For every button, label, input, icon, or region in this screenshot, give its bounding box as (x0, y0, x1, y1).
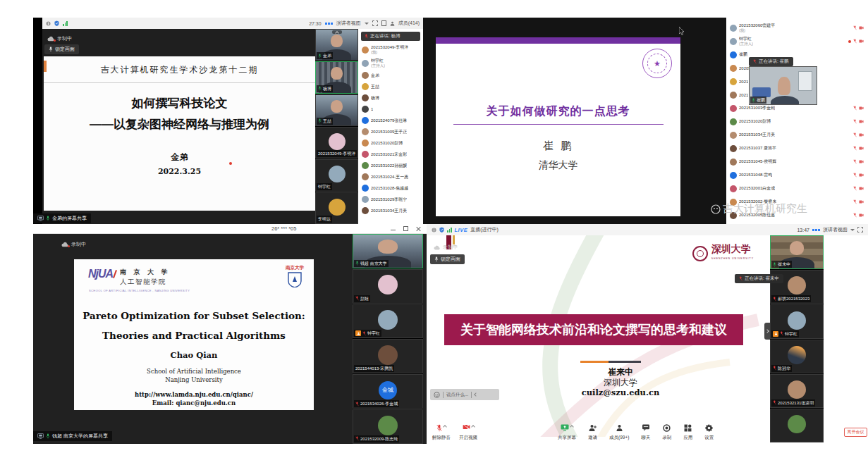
member-row[interactable]: 2021531034王月美 (358, 205, 423, 216)
collapse-left-icon[interactable] (475, 392, 479, 397)
chat-input-placeholder[interactable]: 说点什么... (446, 392, 468, 398)
member-row[interactable]: 2021531037 唐旭平 (726, 142, 868, 155)
video-tile[interactable]: 2021532009-陈志琦 (353, 409, 423, 444)
chevron-up-icon[interactable] (443, 425, 447, 429)
view-mode-select[interactable]: 演讲者视图 (336, 20, 361, 27)
member-row[interactable]: 2021524079张佳琳 (358, 115, 423, 126)
unmute-button[interactable]: 解除静音 (432, 424, 451, 441)
video-tile[interactable]: 钟宇红 (315, 159, 358, 191)
close-icon[interactable] (416, 226, 421, 231)
video-tile[interactable]: 金弟 (315, 29, 358, 61)
shield-icon[interactable] (439, 227, 444, 232)
mic-off-icon[interactable] (853, 199, 857, 204)
emoji-icon[interactable] (434, 392, 440, 398)
camera-off-icon[interactable] (859, 200, 864, 204)
speaker-video-window[interactable]: 崔鹏 (749, 66, 817, 105)
member-row[interactable]: 2021532049-李明洋(我) (358, 43, 423, 56)
camera-off-icon[interactable] (859, 147, 864, 150)
member-row[interactable]: 2021531034王月美 (726, 128, 868, 142)
quick-chat-bar[interactable]: 说点什么... (430, 389, 499, 400)
collapse-strip-icon[interactable] (332, 30, 342, 34)
invite-button[interactable]: 邀请 (588, 424, 597, 441)
members-count-label[interactable]: 成员(414) (398, 20, 420, 27)
chevron-down-icon[interactable] (850, 229, 855, 231)
settings-button[interactable]: 设置 (704, 424, 714, 441)
video-tile[interactable]: 李明达 (315, 192, 358, 224)
video-tile[interactable]: 2021544013-宋腾凯 (353, 339, 423, 373)
chevron-down-icon[interactable] (365, 23, 369, 25)
member-row[interactable]: 金弟 (358, 70, 423, 81)
lock-view-button[interactable]: 锁定画面 (430, 254, 465, 264)
scrollbar-thumb[interactable] (44, 61, 47, 72)
camera-off-icon[interactable] (859, 120, 864, 123)
mic-off-icon[interactable] (853, 173, 857, 178)
apps-button[interactable]: 应用 (683, 424, 692, 441)
camera-off-icon[interactable] (859, 133, 864, 137)
share-screen-button[interactable]: 共享屏幕 (558, 424, 576, 441)
mic-off-icon[interactable] (853, 132, 857, 137)
record-button[interactable]: 录制 (662, 424, 671, 441)
video-tile-speaking[interactable]: 钱超 南京大学 (353, 234, 423, 268)
start-video-button[interactable]: 开启视频 (459, 424, 477, 441)
signal-icon[interactable] (63, 21, 68, 26)
member-row[interactable]: 2021531009王子正 (358, 126, 423, 137)
member-row[interactable]: 2021531029李晓宁 (358, 194, 423, 205)
member-row[interactable]: 2021532060雷建平(我) (726, 21, 868, 35)
member-row[interactable]: 2021531028-焦越越 (358, 182, 423, 194)
mic-off-icon[interactable] (853, 159, 857, 164)
video-tile[interactable]: 钟宇红 (353, 304, 423, 339)
mic-off-icon[interactable] (853, 106, 857, 111)
shield-icon[interactable] (54, 20, 59, 26)
members-button[interactable]: 成员(99+) (609, 424, 629, 441)
view-mode-select[interactable]: 演讲者视图 (823, 226, 848, 233)
chat-button[interactable]: 聊天 (641, 424, 650, 441)
fullscreen-icon[interactable] (857, 227, 863, 232)
member-row[interactable]: 2021531045-侯明辉 (726, 155, 868, 168)
member-row[interactable]: 王喆 (358, 81, 423, 92)
video-tile-speaking[interactable]: 崔来中 (770, 235, 824, 269)
video-tile[interactable]: 金城 2021534026-李金城 (353, 374, 423, 409)
info-icon[interactable] (46, 21, 51, 26)
member-row[interactable]: 2021532001白金成 (726, 182, 868, 195)
member-row[interactable]: 钟宇红(主持人) (358, 56, 423, 70)
panel-collapse-handle[interactable] (764, 323, 770, 340)
camera-off-icon[interactable] (859, 187, 864, 190)
camera-off-icon[interactable] (859, 26, 864, 30)
camera-off-icon[interactable] (859, 173, 864, 177)
leave-meeting-button[interactable]: 离开会议 (844, 428, 867, 437)
video-tile[interactable] (770, 409, 824, 442)
video-tile[interactable]: 2021532131张凌羽 (770, 374, 824, 408)
mic-off-icon[interactable] (853, 119, 857, 124)
lock-view-button[interactable]: 锁定画面 (44, 44, 79, 54)
video-tile[interactable]: 钟宇红 (770, 304, 824, 338)
video-tile[interactable]: 陈冠华 (770, 340, 824, 373)
camera-off-icon[interactable] (859, 213, 864, 217)
chevron-up-icon[interactable] (471, 425, 475, 429)
video-tile[interactable]: 王喆 (315, 94, 358, 126)
info-icon[interactable] (432, 228, 436, 232)
mic-off-icon[interactable] (853, 146, 857, 151)
popout-icon[interactable] (381, 20, 386, 26)
mic-off-icon[interactable] (853, 25, 857, 30)
mic-off-icon[interactable] (853, 39, 857, 44)
member-row[interactable]: 2021531048-雷鸣 (726, 168, 868, 182)
member-row[interactable]: 2021531024-王一惠 (358, 171, 423, 182)
member-row[interactable]: 1 (358, 104, 423, 115)
camera-off-icon[interactable] (859, 106, 864, 110)
minimize-icon[interactable] (391, 226, 396, 231)
video-tile-speaking[interactable]: 杨博 (315, 61, 358, 93)
video-tile[interactable]: 2021532049-李明洋 (315, 127, 358, 159)
bl-titlebar[interactable]: 26* *** *05 (33, 224, 427, 234)
mic-off-icon[interactable] (853, 186, 857, 191)
mic-off-icon[interactable] (853, 213, 857, 218)
member-row[interactable]: 2021531020彭博 (358, 137, 423, 149)
member-row[interactable]: 2021531022孙丽媛 (358, 160, 423, 171)
video-tile[interactable]: 彭姐 (353, 269, 423, 304)
camera-off-icon[interactable] (859, 39, 864, 43)
camera-off-icon[interactable] (859, 160, 864, 163)
fullscreen-icon[interactable] (372, 20, 378, 26)
maximize-icon[interactable] (403, 226, 408, 231)
signal-icon[interactable] (447, 228, 452, 232)
member-row[interactable]: 钟宇红(主持人) (726, 35, 868, 48)
member-row[interactable]: 2021531021宋金彩 (358, 149, 423, 160)
